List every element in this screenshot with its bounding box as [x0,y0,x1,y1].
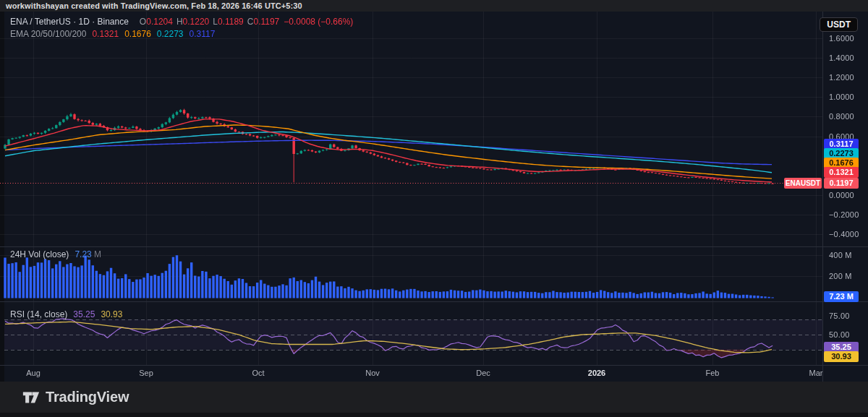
ema-legend: EMA 20/50/100/2000.13210.16760.22730.311… [10,29,215,39]
tradingview-logo-icon [22,388,41,407]
attribution-text: workwithshayan created with TradingView.… [6,1,302,10]
time-axis-label-oct: Oct [252,368,264,378]
symbol-legend: ENA / TetherUS · 1D · BinanceO0.1204H0.1… [10,17,353,27]
last-price-label: 0.1197 [824,178,859,189]
ema20-value: 0.1321 [92,29,119,39]
time-axis-label-feb: Feb [706,368,720,378]
price-scale-tick: −0.2000 [829,210,859,220]
ema-price-label: 0.1321 [824,167,859,178]
rsi-ma-value: 30.93 [101,309,122,319]
volume-scale-tick: 400 M [829,250,852,260]
high-value: 0.1220 [183,17,210,27]
low-value: 0.1189 [218,17,244,27]
price-scale-tick: 1.2000 [829,72,854,82]
brand-name: TradingView [46,389,129,405]
ema50-value: 0.1676 [124,29,151,39]
price-scale-tick: −0.4000 [829,229,859,239]
volume-legend-title[interactable]: 24H Vol (close) [10,249,69,259]
volume-legend: 24H Vol (close)7.23 M [10,249,101,259]
volume-value-label: 7.23 M [824,291,859,302]
open-label: O [140,17,146,27]
price-scale-tick: 1.6000 [829,33,854,43]
volume-unit: M [92,249,101,259]
volume-value: 7.23 [75,249,91,259]
footer-bottom-strip [0,413,868,417]
open-value: 0.1204 [146,17,173,27]
footer-brand-bar: TradingView [0,382,868,417]
low-label: L [213,17,218,27]
time-axis-label-nov: Nov [365,368,380,378]
time-axis[interactable] [0,366,868,382]
ema-legend-title[interactable]: EMA 20/50/100/200 [10,29,86,39]
currency-toggle-button[interactable]: USDT [820,17,858,32]
symbol-title[interactable]: ENA / TetherUS · 1D · Binance [10,17,129,27]
ema100-value: 0.2273 [157,29,184,39]
time-axis-label-dec: Dec [476,368,490,378]
price-scale-tick: 0.8000 [829,111,854,121]
time-axis-label-sep: Sep [139,368,153,378]
high-label: H [176,17,183,27]
rsi-value: 35.25 [73,309,95,319]
time-axis-label-2026: 2026 [588,368,605,378]
symbol-price-tag: ENAUSDT [784,178,822,189]
rsi-scale-tick: 50.00 [829,330,850,340]
price-scale-tick: 1.0000 [829,92,854,102]
ema200-value: 0.3117 [190,29,216,39]
rsi-value-label: 30.93 [824,351,859,362]
close-value: 0.1197 [253,17,279,27]
volume-scale-tick: 200 M [829,271,852,281]
attribution-bar: workwithshayan created with TradingView.… [0,0,868,12]
price-scale-tick: 1.4000 [829,53,854,63]
price-scale-tick: 0.0000 [829,190,854,200]
rsi-legend: RSI (14, close)35.2530.93 [10,309,122,319]
time-axis-label-mar: Mar [809,368,823,378]
rsi-scale-tick: 75.00 [829,311,850,321]
rsi-legend-title[interactable]: RSI (14, close) [10,309,67,319]
time-axis-label-aug: Aug [26,368,41,378]
price-chart-canvas[interactable] [0,0,868,417]
change-value: −0.0008 (−0.66%) [284,17,353,27]
tradingview-logo-link[interactable]: TradingView [0,382,868,413]
